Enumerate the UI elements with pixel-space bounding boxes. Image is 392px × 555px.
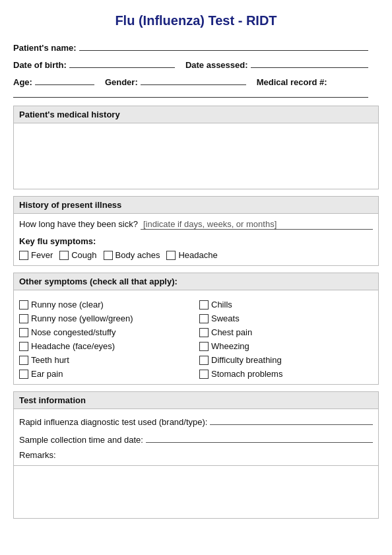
symptom-headache: Headache [166, 250, 217, 260]
runny-yellow-label: Runny nose (yellow/green) [31, 313, 133, 323]
wheezing-label: Wheezing [211, 341, 249, 351]
teeth-hurt-checkbox[interactable] [19, 356, 28, 365]
fever-label: Fever [31, 250, 53, 260]
present-illness-header: History of present illness [13, 196, 379, 214]
difficulty-breathing-checkbox[interactable] [199, 356, 209, 365]
headache-label: Headache [178, 250, 217, 260]
runny-yellow-checkbox[interactable] [19, 314, 28, 323]
symptom-runny-clear: Runny nose (clear) [19, 300, 193, 310]
other-symptoms-header: Other symptoms (check all that apply): [13, 273, 379, 290]
how-long-label: How long have they been sick? [19, 219, 138, 229]
present-illness-body: How long have they been sick? [indicate … [13, 214, 379, 266]
symptom-nose-congested: Nose congested/stuffy [19, 327, 193, 337]
body-aches-label: Body aches [115, 250, 160, 260]
remarks-label: Remarks: [19, 450, 56, 460]
teeth-hurt-label: Teeth hurt [31, 355, 69, 365]
age-label: Age: [13, 77, 32, 87]
chills-checkbox[interactable] [199, 300, 209, 310]
cough-checkbox[interactable] [59, 251, 69, 260]
symptom-ear-pain: Ear pain [19, 369, 193, 379]
symptom-wheezing: Wheezing [199, 341, 373, 351]
rapid-test-label: Rapid influenza diagnostic test used (br… [19, 417, 207, 427]
age-gender-row: Age: Gender: Medical record #: [13, 75, 379, 98]
ear-pain-label: Ear pain [31, 369, 63, 379]
rapid-test-input[interactable] [210, 414, 373, 425]
symptom-fever: Fever [19, 250, 53, 260]
nose-congested-checkbox[interactable] [19, 328, 28, 337]
symptom-headache-face: Headache (face/eyes) [19, 341, 193, 351]
patients-name-label: Patient's name: [13, 43, 77, 53]
symptom-difficulty-breathing: Difficulty breathing [199, 355, 373, 365]
how-long-row: How long have they been sick? [indicate … [19, 219, 373, 230]
symptom-stomach-problems: Stomach problems [199, 369, 373, 379]
remarks-box[interactable] [13, 466, 379, 519]
test-info-header: Test information [13, 391, 379, 409]
other-symptoms-body: Runny nose (clear) Chills Runny nose (ye… [13, 290, 379, 385]
medical-record-label: Medical record #: [257, 77, 327, 87]
test-info-body: Rapid influenza diagnostic test used (br… [13, 409, 379, 466]
symptom-teeth-hurt: Teeth hurt [19, 355, 193, 365]
runny-clear-label: Runny nose (clear) [31, 300, 104, 310]
other-symptoms-grid: Runny nose (clear) Chills Runny nose (ye… [19, 300, 373, 379]
chest-pain-label: Chest pain [211, 327, 252, 337]
sample-collection-row: Sample collection time and date: [19, 432, 373, 445]
symptom-body-aches: Body aches [104, 250, 160, 260]
dob-input[interactable] [69, 57, 175, 68]
how-long-placeholder: [indicate if days, weeks, or months] [141, 219, 373, 230]
chills-label: Chills [211, 300, 232, 310]
gender-input[interactable] [141, 75, 246, 85]
headache-face-label: Headache (face/eyes) [31, 341, 115, 351]
dob-label: Date of birth: [13, 60, 67, 70]
ear-pain-checkbox[interactable] [19, 370, 28, 379]
difficulty-breathing-label: Difficulty breathing [211, 355, 282, 365]
page-title: Flu (Influenza) Test - RIDT [13, 13, 379, 28]
patients-name-input[interactable] [79, 40, 368, 51]
symptom-sweats: Sweats [199, 313, 373, 323]
symptom-chest-pain: Chest pain [199, 327, 373, 337]
sweats-checkbox[interactable] [199, 314, 209, 323]
cough-label: Cough [71, 250, 96, 260]
medical-history-box[interactable] [13, 123, 379, 189]
age-input[interactable] [35, 75, 94, 85]
key-symptoms-row: Fever Cough Body aches Headache [19, 250, 373, 260]
rapid-test-row: Rapid influenza diagnostic test used (br… [19, 414, 373, 427]
sweats-label: Sweats [211, 313, 240, 323]
remarks-label-row: Remarks: [19, 450, 373, 460]
headache-checkbox[interactable] [166, 251, 176, 260]
symptom-cough: Cough [59, 250, 96, 260]
date-assessed-input[interactable] [251, 57, 368, 68]
symptom-chills: Chills [199, 300, 373, 310]
gender-label: Gender: [105, 77, 138, 87]
date-assessed-label: Date assessed: [185, 60, 248, 70]
body-aches-checkbox[interactable] [104, 251, 113, 260]
stomach-problems-label: Stomach problems [211, 369, 282, 379]
wheezing-checkbox[interactable] [199, 342, 209, 351]
fever-checkbox[interactable] [19, 251, 28, 260]
nose-congested-label: Nose congested/stuffy [31, 327, 115, 337]
key-symptoms-label: Key flu symptoms: [19, 236, 373, 246]
patients-name-row: Patient's name: [13, 40, 379, 53]
symptom-runny-yellow: Runny nose (yellow/green) [19, 313, 193, 323]
sample-collection-label: Sample collection time and date: [19, 435, 143, 445]
medical-record-input[interactable] [13, 87, 368, 98]
headache-face-checkbox[interactable] [19, 342, 28, 351]
dob-assessed-row: Date of birth: Date assessed: [13, 57, 379, 70]
runny-clear-checkbox[interactable] [19, 300, 28, 310]
chest-pain-checkbox[interactable] [199, 328, 209, 337]
medical-history-header: Patient's medical history [13, 106, 379, 123]
stomach-problems-checkbox[interactable] [199, 370, 209, 379]
sample-collection-input[interactable] [146, 432, 373, 443]
